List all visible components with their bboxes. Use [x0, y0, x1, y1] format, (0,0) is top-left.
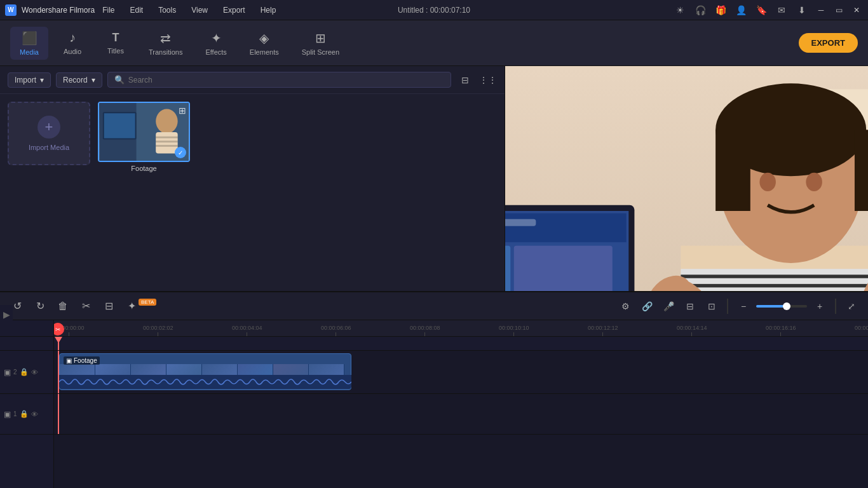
- playhead-track1: [58, 394, 59, 434]
- menu-help[interactable]: Help: [258, 4, 279, 16]
- import-dropdown[interactable]: Import ▾: [8, 72, 51, 88]
- svg-point-46: [806, 173, 822, 191]
- zoom-in-icon[interactable]: +: [811, 297, 829, 315]
- grid-view-icon[interactable]: ⋮⋮: [479, 71, 497, 89]
- playhead-track2: [58, 351, 59, 393]
- clip-label: ▣ Footage: [64, 356, 100, 365]
- timeline-right-tools: ⚙ 🔗 🎤 ⊟ ⊡ − + ⤢: [616, 297, 860, 315]
- search-input[interactable]: [128, 76, 444, 85]
- timeline-area: ↺ ↻ 🗑 ✂ ⊟ ✦ BETA ⚙ 🔗 🎤 ⊟ ⊡ −: [0, 291, 868, 488]
- import-chevron-icon: ▾: [40, 76, 44, 85]
- pip-icon[interactable]: ⊡: [703, 297, 721, 315]
- toolbar-splitscreen[interactable]: ⊞ Split Screen: [293, 27, 348, 60]
- menu-tools[interactable]: Tools: [156, 4, 179, 16]
- toolbar-elements[interactable]: ◈ Elements: [241, 27, 288, 60]
- fullscreen-timeline-button[interactable]: ⤢: [843, 297, 860, 315]
- menu-file[interactable]: File: [100, 4, 117, 16]
- filter-icon[interactable]: ⊟: [456, 71, 474, 89]
- menu-view[interactable]: View: [189, 4, 210, 16]
- ruler-mark-2: 00:00:04:04: [232, 325, 262, 336]
- transitions-icon: ⇄: [160, 30, 171, 46]
- svg-rect-18: [505, 219, 536, 226]
- ruler-mark-7: 00:00:14:14: [677, 325, 707, 336]
- menu-bar: File Edit Tools View Export Help: [100, 4, 278, 16]
- ruler-mark-9: 00:00:18:18: [855, 325, 868, 336]
- ruler-mark-1: 00:00:02:02: [143, 325, 173, 336]
- svg-rect-8: [156, 145, 177, 147]
- track2-lock-button[interactable]: 🔒: [20, 368, 29, 376]
- user-icon[interactable]: 👤: [733, 3, 749, 18]
- import-media-label: Import Media: [29, 144, 69, 151]
- track-content: 00:00:00:00 00:00:02:02 00:00:04:04 00:0…: [54, 320, 868, 488]
- audio-label: Audio: [64, 48, 81, 55]
- title-bar-right: ☀ 🎧 🎁 👤 🔖 ✉ ⬇ ─ ▭ ✕: [672, 3, 863, 18]
- svg-rect-7: [156, 140, 177, 142]
- toolbar-titles[interactable]: T Titles: [97, 27, 135, 58]
- title-bar: W Wondershare Filmora File Edit Tools Vi…: [0, 0, 868, 20]
- import-media-button[interactable]: + Import Media: [8, 102, 90, 165]
- window-title: Untitled : 00:00:07:10: [398, 6, 470, 15]
- add-track-button[interactable]: ▶: [3, 309, 10, 320]
- titles-label: Titles: [107, 47, 124, 55]
- record-chevron-icon: ▾: [92, 76, 95, 85]
- svg-rect-3: [104, 113, 135, 138]
- toolbar-media[interactable]: ⬛ Media: [10, 27, 48, 60]
- mail-icon[interactable]: ✉: [774, 3, 789, 18]
- track-2-row: ▣ Footage: [54, 351, 868, 394]
- redo-button[interactable]: ↻: [31, 297, 50, 316]
- headphones-icon[interactable]: 🎧: [693, 3, 708, 18]
- cut-button[interactable]: ✂: [76, 297, 95, 316]
- media-icon: ⬛: [22, 30, 37, 46]
- ruler-mark-3: 00:00:06:06: [321, 325, 351, 336]
- sun-icon[interactable]: ☀: [672, 3, 688, 18]
- download-icon[interactable]: ⬇: [794, 3, 810, 18]
- gift-icon[interactable]: 🎁: [713, 3, 728, 18]
- app-name: Wondershare Filmora: [22, 6, 95, 15]
- toolbar-effects[interactable]: ✦ Effects: [196, 27, 235, 60]
- zoom-handle: [783, 302, 790, 310]
- beta-container: ✦ BETA: [122, 297, 156, 316]
- zoom-out-icon[interactable]: −: [735, 297, 752, 315]
- bookmark-icon[interactable]: 🔖: [754, 3, 769, 18]
- menu-export[interactable]: Export: [220, 4, 248, 16]
- audio-track-icon[interactable]: 🎤: [660, 297, 677, 315]
- zoom-slider-container[interactable]: [756, 305, 807, 308]
- svg-rect-30: [681, 274, 868, 278]
- delete-button[interactable]: 🗑: [53, 297, 72, 316]
- tl-separator: [727, 299, 728, 314]
- elements-label: Elements: [250, 48, 279, 56]
- svg-point-4: [156, 109, 177, 133]
- track-1-label: ▣ 1 🔒 👁: [0, 394, 53, 435]
- audio-waveform: [59, 375, 351, 389]
- zoom-slider[interactable]: [756, 305, 807, 308]
- maximize-button[interactable]: ▭: [832, 4, 845, 17]
- close-button[interactable]: ✕: [850, 4, 863, 17]
- track1-eye-button[interactable]: 👁: [31, 410, 38, 418]
- clip-media-icon: ▣: [66, 357, 72, 364]
- grid-icon: ⊞: [179, 105, 186, 116]
- effects-icon: ✦: [211, 30, 222, 46]
- toolbar: ⬛ Media ♪ Audio T Titles ⇄ Transitions ✦…: [0, 20, 868, 66]
- clip-link-icon[interactable]: 🔗: [638, 297, 656, 315]
- record-dropdown[interactable]: Record ▾: [56, 72, 102, 88]
- menu-edit[interactable]: Edit: [128, 4, 146, 16]
- titles-icon: T: [112, 31, 119, 44]
- footage-thumbnail: ⊞ ✓: [98, 102, 190, 162]
- media-item-footage[interactable]: ⊞ ✓ Footage: [98, 102, 190, 172]
- export-button[interactable]: EXPORT: [799, 33, 858, 53]
- selected-check-icon: ✓: [175, 147, 186, 158]
- ruler-mark-4: 00:00:08:08: [410, 325, 440, 336]
- clip-settings-icon[interactable]: ⚙: [616, 297, 634, 315]
- toolbar-transitions[interactable]: ⇄ Transitions: [140, 27, 191, 60]
- effects-label: Effects: [205, 48, 226, 56]
- app-logo: W: [5, 4, 17, 16]
- elements-icon: ◈: [259, 30, 269, 46]
- toolbar-audio[interactable]: ♪ Audio: [53, 27, 92, 59]
- track1-lock-button[interactable]: 🔒: [20, 410, 29, 418]
- adjust-button[interactable]: ⊟: [99, 297, 118, 316]
- track2-eye-button[interactable]: 👁: [31, 369, 38, 376]
- subtitle-icon[interactable]: ⊟: [681, 297, 699, 315]
- ruler-mark-5: 00:00:10:10: [499, 325, 529, 336]
- splitscreen-icon: ⊞: [315, 30, 326, 46]
- minimize-button[interactable]: ─: [815, 4, 827, 17]
